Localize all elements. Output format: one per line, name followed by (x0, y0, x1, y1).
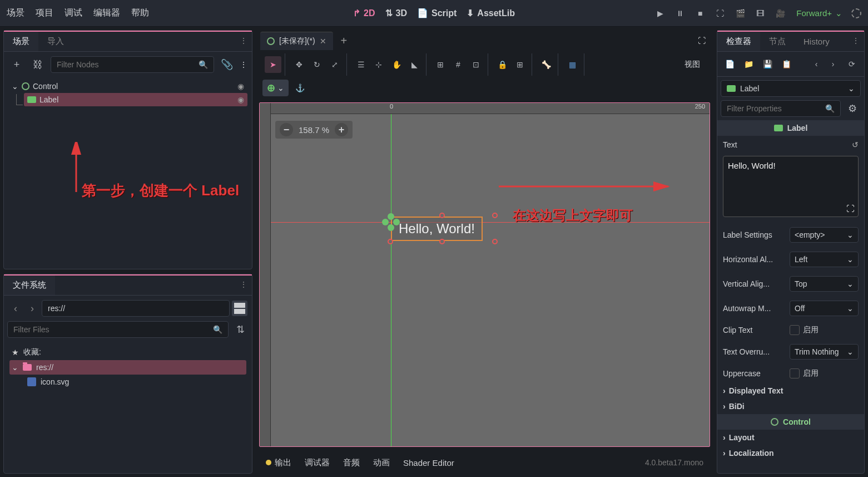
selection-handle[interactable] (388, 239, 393, 244)
anchor-icon[interactable]: ⚓ (293, 81, 307, 95)
prop-h-align-value[interactable]: Left⌄ (790, 252, 859, 267)
new-resource-icon[interactable]: 📄 (722, 56, 737, 72)
mode-assetlib[interactable]: ⬇ AssetLib (467, 8, 515, 18)
filter-properties-input[interactable]: 🔍 (721, 100, 841, 117)
sort-icon[interactable]: ⇅ (232, 321, 249, 338)
visibility-icon[interactable]: ◉ (237, 82, 244, 91)
zoom-out-button[interactable]: − (280, 123, 293, 136)
audio-tab[interactable]: 音频 (343, 458, 360, 468)
filter-files-field[interactable] (13, 325, 213, 334)
filter-nodes-input[interactable]: 🔍 (51, 56, 214, 73)
filter-properties-field[interactable] (727, 104, 825, 113)
tree-node-label[interactable]: Label ◉ (24, 93, 247, 106)
scale-tool-icon[interactable]: ⤢ (326, 56, 343, 73)
filter-files-input[interactable]: 🔍 (7, 321, 229, 338)
distraction-free-icon[interactable]: ⛶ (695, 33, 709, 48)
copy-resource-icon[interactable]: 📋 (778, 56, 794, 72)
scene-file-tab[interactable]: [未保存](*) ✕ (260, 32, 333, 50)
add-control-button[interactable]: ⊕⌄ (262, 80, 289, 96)
fold-bidi[interactable]: ›BiDi (717, 399, 864, 414)
fs-file-icon-svg[interactable]: icon.svg (25, 375, 246, 389)
scene-menu-icon[interactable]: ⋮ (240, 60, 247, 69)
pause-icon[interactable]: ⏸ (673, 6, 687, 21)
prop-autowrap-value[interactable]: Off⌄ (790, 301, 859, 316)
settings-icon[interactable]: ⚙ (844, 100, 861, 117)
move-tool-icon[interactable]: ✥ (291, 56, 307, 73)
pivot-icon[interactable]: ⊹ (370, 56, 387, 73)
section-control[interactable]: Control (717, 414, 864, 430)
tab-node[interactable]: 节点 (760, 32, 795, 51)
history-back-icon[interactable]: ‹ (809, 56, 824, 72)
smart-snap-icon[interactable]: ⊡ (468, 56, 484, 73)
visibility-icon[interactable]: ◉ (237, 95, 244, 104)
prop-v-align-value[interactable]: Top⌄ (790, 276, 859, 292)
tab-inspector[interactable]: 检查器 (717, 32, 760, 51)
nav-forward-icon[interactable]: › (25, 301, 39, 316)
lock-icon[interactable]: 🔒 (494, 56, 510, 73)
save-resource-icon[interactable]: 💾 (760, 56, 775, 72)
menu-project[interactable]: 项目 (36, 7, 53, 19)
add-scene-tab-icon[interactable]: + (335, 31, 353, 51)
expand-icon[interactable]: ⌄ (12, 82, 18, 91)
tab-import[interactable]: 导入 (38, 32, 73, 51)
mode-script[interactable]: 📄 Script (417, 8, 457, 18)
stop-icon[interactable]: ■ (693, 6, 707, 21)
menu-debug[interactable]: 调试 (65, 7, 82, 19)
close-tab-icon[interactable]: ✕ (320, 37, 326, 46)
play-icon[interactable]: ▶ (653, 6, 667, 21)
debugger-tab[interactable]: 调试器 (305, 458, 330, 468)
load-resource-icon[interactable]: 📁 (741, 56, 756, 72)
ruler-tool-icon[interactable]: ◣ (406, 56, 423, 73)
section-label[interactable]: Label (717, 120, 864, 136)
menu-help[interactable]: 帮助 (131, 7, 149, 19)
play-scene-icon[interactable]: 🎬 (733, 6, 747, 21)
snap-options-icon[interactable]: ⊞ (432, 56, 449, 73)
tab-scene[interactable]: 场景 (4, 32, 38, 51)
attach-script-icon[interactable]: 📎 (219, 56, 235, 73)
selection-handle[interactable] (439, 213, 445, 218)
uppercase-checkbox[interactable] (790, 368, 800, 378)
bone-icon[interactable]: 🦴 (538, 56, 554, 73)
text-property-input[interactable]: Hello, World! ⛶ (723, 156, 859, 217)
list-select-icon[interactable]: ☰ (353, 56, 369, 73)
shader-tab[interactable]: Shader Editor (403, 458, 454, 468)
remote-icon[interactable]: ⛶ (713, 6, 727, 21)
clip-text-checkbox[interactable] (790, 325, 800, 335)
viewport-2d[interactable]: 0 250 − 158.7 % + Hello, World! (259, 102, 710, 447)
mode-3d[interactable]: ⇅ 3D (385, 8, 407, 18)
mode-2d[interactable]: ↱ 2D (353, 8, 375, 18)
history-forward-icon[interactable]: › (825, 56, 841, 72)
panel-menu-icon[interactable]: ⋮ (235, 32, 252, 51)
fs-favorites[interactable]: ★收藏: (9, 345, 246, 360)
inspector-menu-icon[interactable]: ⋮ (847, 32, 864, 51)
tab-filesystem[interactable]: 文件系统 (4, 276, 55, 295)
expand-text-icon[interactable]: ⛶ (846, 204, 855, 213)
fold-localization[interactable]: ›Localization (717, 445, 864, 461)
fs-menu-icon[interactable]: ⋮ (235, 276, 252, 295)
zoom-in-button[interactable]: + (335, 123, 348, 136)
tree-node-control[interactable]: ⌄ Control ◉ (8, 80, 247, 93)
grid-snap-icon[interactable]: # (450, 56, 467, 73)
select-tool-icon[interactable]: ➤ (265, 56, 281, 73)
revert-icon[interactable]: ↺ (852, 140, 859, 149)
selection-handle[interactable] (439, 239, 445, 244)
output-tab[interactable]: 输出 (266, 458, 291, 468)
link-icon[interactable]: ⛓ (29, 56, 46, 73)
fs-root[interactable]: ⌄res:// (9, 360, 246, 375)
prop-text-overrun-value[interactable]: Trim Nothing⌄ (790, 344, 859, 360)
tab-history[interactable]: History (795, 32, 839, 51)
expand-icon[interactable]: ⌄ (12, 363, 18, 372)
refresh-icon[interactable]: ⟳ (844, 56, 860, 72)
filter-nodes-field[interactable] (57, 60, 199, 69)
prop-label-settings-value[interactable]: <empty>⌄ (790, 227, 859, 243)
menu-scene[interactable]: 场景 (7, 7, 24, 19)
rotate-tool-icon[interactable]: ↻ (309, 56, 325, 73)
group-icon[interactable]: ⊞ (512, 56, 528, 73)
selection-handle[interactable] (492, 239, 498, 244)
view-toggle-icon[interactable] (232, 301, 247, 316)
animation-tab[interactable]: 动画 (373, 458, 390, 468)
fold-layout[interactable]: ›Layout (717, 430, 864, 445)
path-input[interactable]: res:// (42, 300, 230, 317)
zoom-value[interactable]: 158.7 % (299, 125, 329, 135)
nav-back-icon[interactable]: ‹ (8, 301, 23, 316)
